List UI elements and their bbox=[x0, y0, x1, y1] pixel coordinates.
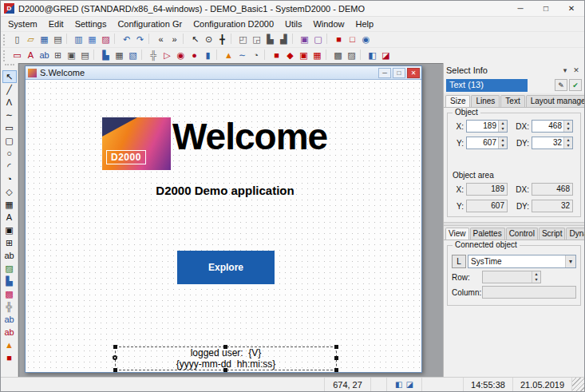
align-left-icon[interactable]: ▙ bbox=[263, 34, 277, 46]
grid-tool-icon[interactable]: ▦ bbox=[2, 198, 17, 211]
redo-icon[interactable]: ↷ bbox=[133, 34, 147, 46]
layers-icon[interactable]: ▨ bbox=[345, 49, 358, 62]
logged-user-text[interactable]: logged user: {V} bbox=[116, 347, 336, 358]
selection-anchor-handle[interactable] bbox=[113, 355, 117, 360]
rounded-rectangle-tool-icon[interactable]: ▢ bbox=[2, 134, 17, 147]
zoom-mode-icon[interactable]: ⊙ bbox=[202, 34, 215, 46]
combo-dropdown-icon[interactable]: ▾ bbox=[565, 255, 575, 267]
pump-object-icon[interactable]: ● bbox=[188, 49, 201, 62]
status-picture-icon[interactable]: ◧ bbox=[395, 380, 402, 389]
selection-handle[interactable] bbox=[113, 345, 117, 349]
selection-handle[interactable] bbox=[334, 356, 338, 360]
scheme-icon[interactable]: ▩ bbox=[331, 49, 345, 62]
maximize-button[interactable]: □ bbox=[533, 1, 559, 16]
menu-item-configuration-d2000[interactable]: Configuration D2000 bbox=[188, 17, 279, 31]
undo-icon[interactable]: ↶ bbox=[120, 34, 133, 46]
checkbox-object-icon[interactable]: ▣ bbox=[65, 49, 78, 62]
subtitle-text-object[interactable]: D2000 Demo application bbox=[26, 184, 425, 197]
status-objects-icon[interactable]: ◪ bbox=[406, 380, 413, 389]
tab-size[interactable]: Size bbox=[445, 95, 470, 107]
pie-tool-icon[interactable]: ◔ bbox=[2, 172, 17, 185]
save-picture-icon[interactable]: ▦ bbox=[38, 34, 51, 46]
doc-close-icon[interactable]: ◪ bbox=[379, 49, 393, 62]
panel-close-icon[interactable]: ✕ bbox=[571, 66, 582, 74]
ellipse-tool-icon[interactable]: ○ bbox=[2, 147, 17, 160]
valve-object-icon[interactable]: ▷ bbox=[160, 49, 174, 62]
button-tool-icon[interactable]: ⊞ bbox=[2, 236, 17, 249]
menu-item-configuration-gr[interactable]: Configuration Gr bbox=[112, 17, 188, 31]
confirm-icon[interactable]: ✔ bbox=[569, 79, 582, 91]
new-picture-icon[interactable]: ▯ bbox=[10, 34, 24, 46]
grid-object-icon[interactable]: ▦ bbox=[310, 49, 324, 62]
tank-object-icon[interactable]: ▮ bbox=[201, 49, 215, 62]
text-object-icon[interactable]: A bbox=[24, 49, 38, 62]
explore-button[interactable]: Explore bbox=[177, 251, 275, 284]
minimize-button[interactable]: ─ bbox=[508, 1, 533, 16]
tab-palettes[interactable]: Palettes bbox=[470, 228, 505, 240]
x-spinbox[interactable]: 189▴▾ bbox=[466, 120, 508, 133]
tab-script[interactable]: Script bbox=[539, 228, 566, 240]
dx-spinbox[interactable]: 468▴▾ bbox=[532, 120, 573, 133]
motor-object-icon[interactable]: ◉ bbox=[174, 49, 188, 62]
dx-spin-buttons[interactable]: ▴▾ bbox=[563, 121, 572, 132]
tab-dynamics[interactable]: Dynamics bbox=[566, 228, 584, 240]
edit-selection-icon[interactable]: ✎ bbox=[555, 79, 567, 91]
picture-canvas[interactable]: D2000 Welcome D2000 Demo application Exp… bbox=[26, 80, 421, 372]
menu-item-help[interactable]: Help bbox=[350, 17, 380, 31]
menu-item-system[interactable]: System bbox=[2, 17, 43, 31]
trend-object-icon[interactable]: ∼ bbox=[235, 49, 249, 62]
pipe-object-icon[interactable]: ╬ bbox=[147, 49, 160, 62]
resize-grip[interactable] bbox=[572, 378, 584, 391]
tab-text[interactable]: Text bbox=[500, 95, 524, 107]
child-minimize-button[interactable]: ─ bbox=[378, 68, 391, 78]
dy-spin-buttons[interactable]: ▴▾ bbox=[563, 137, 572, 148]
arc-tool-icon[interactable]: ◜ bbox=[2, 160, 17, 172]
palette-grip[interactable] bbox=[5, 64, 14, 69]
toolbar-grip[interactable] bbox=[3, 50, 7, 61]
selected-object-item[interactable]: Text (13) bbox=[446, 79, 528, 92]
connected-object-combo[interactable]: SysTime ▾ bbox=[468, 255, 576, 268]
panel-menu-icon[interactable]: ▾ bbox=[559, 66, 571, 74]
graph-tool-icon[interactable]: ▙ bbox=[2, 275, 17, 287]
text-tool-icon[interactable]: A bbox=[2, 211, 17, 224]
next-picture-icon[interactable]: » bbox=[168, 34, 181, 46]
structure-object-icon[interactable]: ■ bbox=[270, 49, 283, 62]
logo-image[interactable]: D2000 bbox=[102, 117, 171, 170]
menu-item-window[interactable]: Window bbox=[307, 17, 350, 31]
alarm-tool-icon[interactable]: ▲ bbox=[2, 339, 17, 351]
polygon-tool-icon[interactable]: ◇ bbox=[2, 185, 17, 198]
menu-item-settings[interactable]: Settings bbox=[69, 17, 113, 31]
selected-text-object[interactable]: logged user: {V} {yyyy-mm-dd hh:mi:ss} bbox=[115, 346, 337, 370]
previous-picture-icon[interactable]: « bbox=[154, 34, 168, 46]
pan-mode-icon[interactable]: ╋ bbox=[215, 34, 229, 46]
print-icon[interactable]: ▤ bbox=[51, 34, 65, 46]
y-spinbox[interactable]: 607▴▾ bbox=[466, 137, 508, 149]
mdi-workspace[interactable]: S.Welcome ─□✕ D2000 Welcome D2000 Demo a… bbox=[18, 63, 443, 377]
toolbar-grip[interactable] bbox=[3, 34, 7, 46]
open-picture-icon[interactable]: ▱ bbox=[24, 34, 38, 46]
picture-settings-icon[interactable]: ▥ bbox=[72, 34, 85, 46]
disconnect-object-icon[interactable]: □ bbox=[346, 34, 359, 46]
grid-settings-icon[interactable]: ▦ bbox=[85, 34, 99, 46]
y-spin-buttons[interactable]: ▴▾ bbox=[498, 137, 507, 148]
selection-handle[interactable] bbox=[113, 368, 117, 372]
frame-object-icon[interactable]: ▣ bbox=[297, 49, 310, 62]
menu-item-utils[interactable]: Utils bbox=[279, 17, 307, 31]
window-titlebar[interactable]: D D2000@GRED (STANDARD/x86_64-windows) -… bbox=[1, 1, 584, 17]
picture-window-titlebar[interactable]: S.Welcome ─□✕ bbox=[26, 66, 421, 80]
alarm-object-icon[interactable]: ▲ bbox=[222, 49, 235, 62]
meter-object-icon[interactable]: ◔ bbox=[249, 49, 263, 62]
structure-tool-icon[interactable]: ■ bbox=[2, 351, 17, 364]
polyline-tool-icon[interactable]: Λ bbox=[2, 96, 17, 109]
active-graph-tool-icon[interactable]: ab bbox=[2, 326, 17, 339]
tab-control[interactable]: Control bbox=[506, 228, 538, 240]
ungroup-objects-icon[interactable]: ▢ bbox=[311, 34, 325, 46]
browser-object-icon[interactable]: ▧ bbox=[126, 49, 140, 62]
tab-layout-manager[interactable]: Layout manager bbox=[526, 95, 584, 107]
x-spin-buttons[interactable]: ▴▾ bbox=[498, 121, 507, 132]
link-object-icon[interactable]: ◆ bbox=[283, 49, 297, 62]
entry-field-object-icon[interactable]: ab bbox=[38, 49, 51, 62]
selection-handle[interactable] bbox=[223, 368, 227, 372]
tab-lines[interactable]: Lines bbox=[471, 95, 500, 107]
palette-tool-icon[interactable]: ▩ bbox=[2, 287, 17, 300]
